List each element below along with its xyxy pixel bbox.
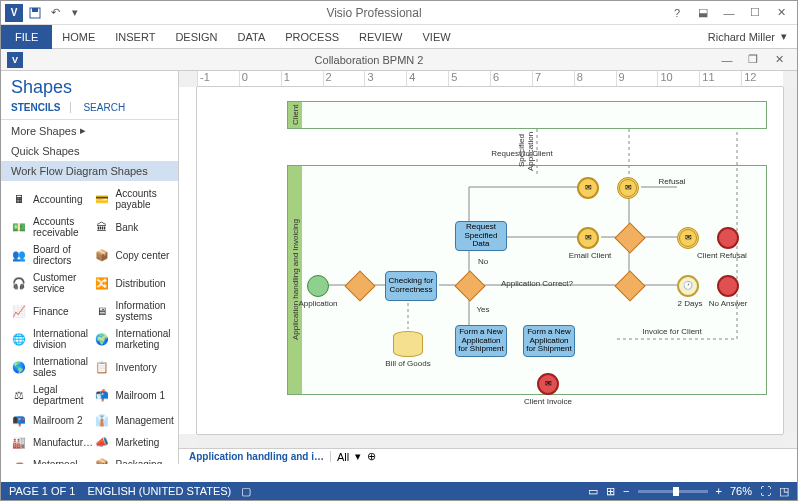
event-client-refusal[interactable]: ✉: [677, 227, 699, 249]
shape-item[interactable]: 💵Accounts receivable: [7, 213, 90, 241]
scrollbar-vertical[interactable]: [783, 87, 797, 434]
shape-item[interactable]: 📬Mailroom 1: [90, 381, 173, 409]
record-macro-icon[interactable]: ▢: [241, 485, 251, 498]
shape-item[interactable]: 🌎International sales: [7, 353, 90, 381]
shape-item[interactable]: ⚖Legal department: [7, 381, 90, 409]
bank-icon: 🏛: [92, 219, 112, 235]
label-email-client: Email Client: [565, 251, 615, 260]
shape-item[interactable]: 🚗Motorpool: [7, 453, 90, 464]
event-start[interactable]: [307, 275, 329, 297]
shape-item[interactable]: 📦Packaging: [90, 453, 173, 464]
shape-item[interactable]: 🌐International division: [7, 325, 90, 353]
shape-grid: 🖩Accounting💳Accounts payable 💵Accounts r…: [1, 181, 178, 464]
task-form1[interactable]: Form a New Application for Shipment: [455, 325, 507, 357]
user-name[interactable]: Richard Miller: [708, 31, 775, 43]
shape-item[interactable]: 📈Finance: [7, 297, 90, 325]
tab-view[interactable]: VIEW: [412, 27, 460, 47]
add-page-icon[interactable]: ⊕: [367, 450, 376, 463]
ruler-vertical: [179, 87, 197, 434]
save-icon[interactable]: [27, 5, 43, 21]
shape-item[interactable]: 📭Mailroom 2: [7, 409, 90, 431]
scrollbar-horizontal[interactable]: [197, 434, 783, 448]
doc-restore-button[interactable]: ❐: [741, 50, 765, 70]
drawing-canvas[interactable]: Client Application handling and Invoicin…: [197, 87, 783, 434]
task-request-data[interactable]: Request Specified Data: [455, 221, 507, 251]
tab-review[interactable]: REVIEW: [349, 27, 412, 47]
ribbon: FILE HOME INSERT DESIGN DATA PROCESS REV…: [1, 25, 797, 49]
fit-page-icon[interactable]: ⛶: [760, 485, 771, 497]
event-message-top[interactable]: ✉: [577, 177, 599, 199]
shape-item[interactable]: 🏭Manufactur…: [7, 431, 90, 453]
shape-item[interactable]: 🖥Information systems: [90, 297, 173, 325]
lane-client[interactable]: Client: [287, 101, 767, 129]
page-tab-all[interactable]: All: [337, 451, 349, 463]
app-title: Visio Professional: [83, 6, 665, 20]
event-end-noanswer[interactable]: [717, 275, 739, 297]
doc-minimize-button[interactable]: —: [715, 50, 739, 70]
maximize-button[interactable]: ☐: [743, 3, 767, 23]
shape-item[interactable]: 📣Marketing: [90, 431, 173, 453]
tab-home[interactable]: HOME: [52, 27, 105, 47]
distribution-icon: 🔀: [92, 275, 112, 291]
shape-item[interactable]: 💳Accounts payable: [90, 185, 173, 213]
tab-design[interactable]: DESIGN: [165, 27, 227, 47]
status-lang[interactable]: ENGLISH (UNITED STATES): [87, 485, 231, 497]
shape-item[interactable]: 🌍International marketing: [90, 325, 173, 353]
shapes-title: Shapes: [11, 77, 168, 98]
user-dropdown-icon[interactable]: ▾: [781, 30, 787, 43]
minimize-button[interactable]: —: [717, 3, 741, 23]
page-tab-dropdown-icon[interactable]: ▾: [355, 450, 361, 463]
shape-item[interactable]: 🔀Distribution: [90, 269, 173, 297]
page-tab-active[interactable]: Application handling and i…: [183, 451, 331, 462]
file-tab[interactable]: FILE: [1, 25, 52, 49]
customer-service-icon: 🎧: [9, 275, 29, 291]
title-bar: V ↶ ▾ Visio Professional ? ⬓ — ☐ ✕: [1, 1, 797, 25]
undo-icon[interactable]: ↶: [47, 5, 63, 21]
task-check[interactable]: Checking for Correctness: [385, 271, 437, 301]
zoom-in-icon[interactable]: +: [716, 485, 722, 497]
doc-visio-icon: V: [7, 52, 23, 68]
event-end-refusal[interactable]: [717, 227, 739, 249]
shape-item[interactable]: 🎧Customer service: [7, 269, 90, 297]
shape-item[interactable]: 👥Board of directors: [7, 241, 90, 269]
tab-insert[interactable]: INSERT: [105, 27, 165, 47]
label-app-correct: Application Correct?: [497, 279, 577, 288]
shape-item[interactable]: 🏛Bank: [90, 213, 173, 241]
tab-search[interactable]: SEARCH: [83, 102, 125, 113]
label-bill: Bill of Goods: [383, 359, 433, 368]
doc-close-button[interactable]: ✕: [767, 50, 791, 70]
event-message-throw[interactable]: ✉: [617, 177, 639, 199]
shape-item[interactable]: 📦Copy center: [90, 241, 173, 269]
status-page: PAGE 1 OF 1: [9, 485, 75, 497]
presentation-mode-icon[interactable]: ▭: [588, 485, 598, 498]
label-request-to-client: Request to Client: [477, 149, 567, 158]
label-invoice-for-client: Invoice for Client: [637, 327, 707, 336]
fit-window-icon[interactable]: ⊞: [606, 485, 615, 498]
more-shapes[interactable]: More Shapes▸: [1, 120, 178, 141]
current-stencil[interactable]: Work Flow Diagram Shapes: [1, 161, 178, 181]
qat-dropdown-icon[interactable]: ▾: [67, 5, 83, 21]
tab-stencils[interactable]: STENCILS: [11, 102, 71, 113]
quick-shapes[interactable]: Quick Shapes: [1, 141, 178, 161]
shape-item[interactable]: 📋Inventory: [90, 353, 173, 381]
event-timer[interactable]: 🕐: [677, 275, 699, 297]
ribbon-collapse-icon[interactable]: ⬓: [691, 3, 715, 23]
pan-zoom-icon[interactable]: ◳: [779, 485, 789, 498]
chevron-right-icon: ▸: [80, 124, 86, 137]
tab-data[interactable]: DATA: [228, 27, 276, 47]
datastore-bill[interactable]: [393, 331, 423, 357]
motorpool-icon: 🚗: [9, 456, 29, 464]
zoom-slider[interactable]: [638, 490, 708, 493]
tab-process[interactable]: PROCESS: [275, 27, 349, 47]
help-icon[interactable]: ?: [665, 3, 689, 23]
shape-item[interactable]: 👔Management: [90, 409, 173, 431]
shapes-panel: Shapes STENCILS SEARCH More Shapes▸ Quic…: [1, 71, 179, 464]
close-button[interactable]: ✕: [769, 3, 793, 23]
zoom-level[interactable]: 76%: [730, 485, 752, 497]
task-form2[interactable]: Form a New Application for Shipment: [523, 325, 575, 357]
event-end-invoice[interactable]: ✉: [537, 373, 559, 395]
zoom-out-icon[interactable]: −: [623, 485, 629, 497]
shape-item[interactable]: 🖩Accounting: [7, 185, 90, 213]
accounts-payable-icon: 💳: [92, 191, 112, 207]
event-email-client[interactable]: ✉: [577, 227, 599, 249]
